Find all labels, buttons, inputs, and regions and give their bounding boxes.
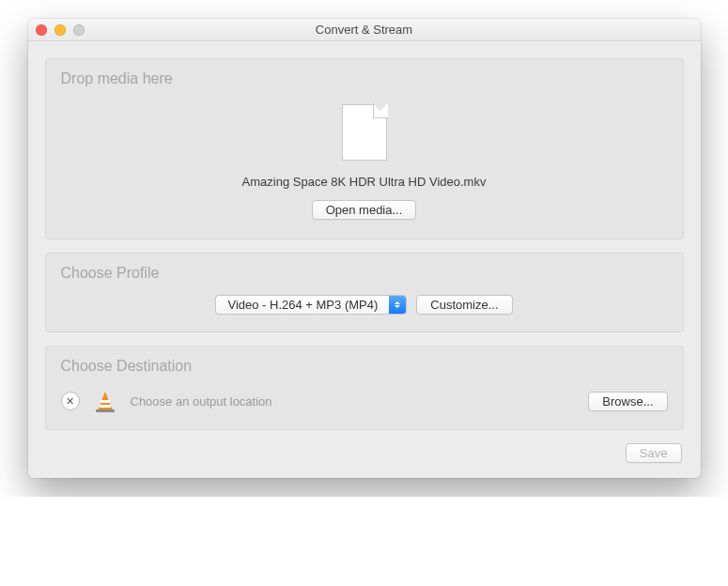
customize-profile-button[interactable]: Customize... bbox=[416, 295, 512, 315]
dropped-filename: Amazing Space 8K HDR Ultra HD Video.mkv bbox=[61, 175, 668, 189]
browse-destination-button[interactable]: Browse... bbox=[588, 392, 667, 411]
window-title: Convert & Stream bbox=[316, 23, 412, 37]
profile-panel: Choose Profile Video - H.264 + MP3 (MP4)… bbox=[45, 253, 684, 332]
titlebar: Convert & Stream bbox=[28, 19, 701, 41]
remove-destination-button[interactable]: ✕ bbox=[61, 392, 80, 410]
x-icon: ✕ bbox=[66, 395, 74, 408]
drop-area: Amazing Space 8K HDR Ultra HD Video.mkv … bbox=[61, 95, 668, 225]
content-area: Drop media here Amazing Space 8K HDR Ult… bbox=[28, 41, 701, 478]
profile-selected-label: Video - H.264 + MP3 (MP4) bbox=[216, 298, 389, 312]
footer: Save bbox=[45, 443, 684, 465]
profile-title: Choose Profile bbox=[61, 265, 668, 282]
minimize-icon[interactable] bbox=[54, 24, 66, 36]
vlc-cone-icon bbox=[95, 388, 116, 414]
close-icon[interactable] bbox=[36, 24, 47, 36]
profile-select[interactable]: Video - H.264 + MP3 (MP4) bbox=[215, 295, 407, 315]
destination-title: Choose Destination bbox=[61, 358, 668, 375]
drop-media-panel[interactable]: Drop media here Amazing Space 8K HDR Ult… bbox=[45, 58, 684, 239]
destination-placeholder: Choose an output location bbox=[131, 394, 574, 409]
drop-media-title: Drop media here bbox=[61, 70, 668, 87]
zoom-icon bbox=[73, 24, 85, 36]
convert-stream-window: Convert & Stream Drop media here Amazing… bbox=[28, 19, 701, 478]
save-button[interactable]: Save bbox=[626, 443, 682, 463]
open-media-button[interactable]: Open media... bbox=[312, 200, 417, 220]
window-controls bbox=[36, 24, 85, 36]
chevron-updown-icon bbox=[389, 296, 406, 314]
destination-panel: Choose Destination ✕ Choose an output lo… bbox=[45, 346, 684, 430]
file-icon bbox=[342, 104, 387, 161]
